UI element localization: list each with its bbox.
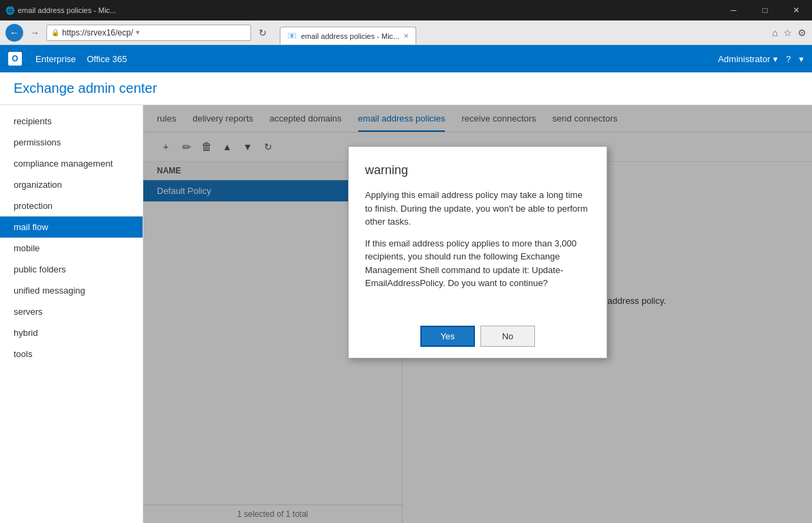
back-button[interactable]: ← bbox=[5, 24, 23, 42]
browser-toolbar: ← → 🔒 https://srvex16/ecp/ ▾ ↻ 📧 email a… bbox=[0, 20, 812, 45]
app-header-links: Enterprise Office 365 bbox=[35, 54, 127, 64]
lock-icon: 🔒 bbox=[51, 29, 59, 36]
admin-dropdown[interactable]: Administrator ▾ bbox=[718, 54, 778, 64]
browser-right-icons: ⌂ ☆ ⚙ bbox=[772, 27, 807, 38]
address-text: https://srvex16/ecp/ bbox=[62, 28, 133, 38]
yes-button[interactable]: Yes bbox=[420, 326, 475, 347]
sidebar-item-unified-messaging[interactable]: unified messaging bbox=[0, 280, 143, 301]
help-button[interactable]: ? bbox=[786, 54, 791, 64]
modal-para2: If this email address policy applies to … bbox=[365, 237, 590, 290]
close-button[interactable]: ✕ bbox=[781, 0, 812, 20]
admin-label: Administrator bbox=[718, 54, 770, 64]
forward-button[interactable]: → bbox=[26, 24, 44, 42]
sidebar-item-compliance-management[interactable]: compliance management bbox=[0, 153, 143, 174]
main-layout: recipients permissions compliance manage… bbox=[0, 105, 812, 523]
title-bar: 🌐 email address policies - Mic... ─ □ ✕ bbox=[0, 0, 812, 20]
sidebar-item-mail-flow[interactable]: mail flow bbox=[0, 216, 143, 238]
help-dropdown-icon: ▾ bbox=[799, 54, 804, 64]
office365-link[interactable]: Office 365 bbox=[87, 54, 127, 64]
active-tab[interactable]: 📧 email address policies - Mic... ✕ bbox=[280, 27, 416, 44]
modal-title: warning bbox=[365, 163, 590, 178]
browser-tabs: 📧 email address policies - Mic... ✕ bbox=[280, 20, 764, 44]
titlebar-icon: 🌐 bbox=[5, 6, 15, 15]
page-title-bar: Exchange admin center bbox=[0, 72, 812, 105]
sidebar-item-servers[interactable]: servers bbox=[0, 301, 143, 322]
tab-favicon: 📧 bbox=[287, 31, 297, 40]
tab-close-button[interactable]: ✕ bbox=[403, 32, 409, 40]
sidebar-item-protection[interactable]: protection bbox=[0, 195, 143, 216]
refresh-button[interactable]: ↻ bbox=[254, 24, 272, 42]
app-logo: O bbox=[8, 52, 22, 66]
titlebar-left: 🌐 email address policies - Mic... bbox=[5, 6, 116, 15]
app-header-right: Administrator ▾ ? ▾ bbox=[718, 54, 804, 64]
modal-para1: Applying this email address policy may t… bbox=[365, 188, 590, 229]
enterprise-link[interactable]: Enterprise bbox=[35, 54, 76, 64]
sidebar-item-permissions[interactable]: permissions bbox=[0, 132, 143, 153]
tab-title: email address policies - Mic... bbox=[301, 32, 399, 40]
modal-body: warning Applying this email address poli… bbox=[349, 147, 607, 315]
page-title: Exchange admin center bbox=[14, 81, 157, 96]
admin-dropdown-icon: ▾ bbox=[773, 54, 778, 64]
sidebar-item-recipients[interactable]: recipients bbox=[0, 111, 143, 132]
app-header: O Enterprise Office 365 Administrator ▾ … bbox=[0, 45, 812, 72]
settings-icon[interactable]: ⚙ bbox=[798, 27, 807, 38]
warning-modal: warning Applying this email address poli… bbox=[348, 146, 607, 358]
sidebar-item-mobile[interactable]: mobile bbox=[0, 238, 143, 259]
content-area: rules delivery reports accepted domains … bbox=[143, 105, 812, 523]
home-icon[interactable]: ⌂ bbox=[772, 27, 778, 38]
titlebar-title: email address policies - Mic... bbox=[18, 6, 116, 14]
sidebar-item-hybrid[interactable]: hybrid bbox=[0, 322, 143, 343]
maximize-button[interactable]: □ bbox=[749, 0, 781, 20]
sidebar: recipients permissions compliance manage… bbox=[0, 105, 143, 523]
modal-footer: Yes No bbox=[349, 315, 607, 358]
address-bar[interactable]: 🔒 https://srvex16/ecp/ ▾ bbox=[46, 25, 251, 41]
sidebar-item-public-folders[interactable]: public folders bbox=[0, 259, 143, 280]
no-button[interactable]: No bbox=[480, 326, 535, 347]
sidebar-item-tools[interactable]: tools bbox=[0, 343, 143, 365]
favorites-icon[interactable]: ☆ bbox=[783, 27, 792, 38]
modal-overlay: warning Applying this email address poli… bbox=[143, 105, 812, 523]
titlebar-controls: ─ □ ✕ bbox=[718, 0, 812, 20]
logo-text: O bbox=[12, 54, 18, 63]
search-dropdown-icon: ▾ bbox=[136, 28, 140, 37]
minimize-button[interactable]: ─ bbox=[718, 0, 749, 20]
sidebar-item-organization[interactable]: organization bbox=[0, 174, 143, 195]
